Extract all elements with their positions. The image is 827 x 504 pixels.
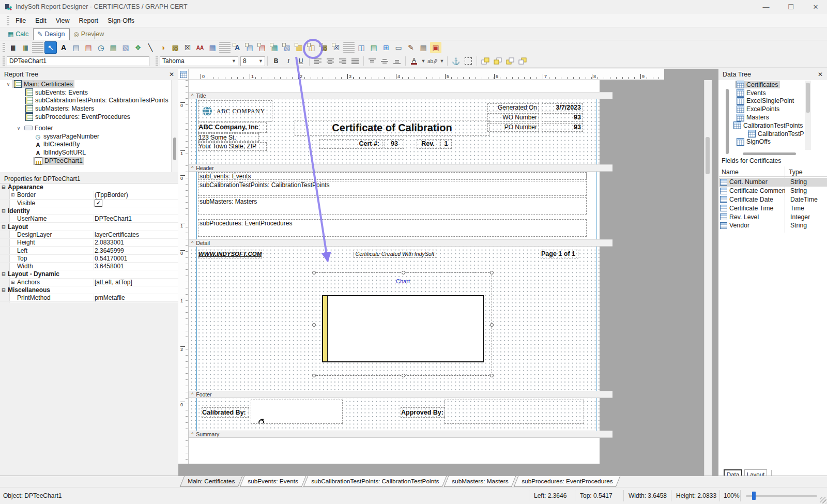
property-value[interactable]: pmMetafile — [95, 294, 125, 301]
Certificate Time[interactable]: Certificate TimeTime — [719, 204, 827, 212]
font-name-select[interactable]: Tahoma▼ — [160, 56, 238, 66]
property-value[interactable]: 0.54170001 — [95, 255, 127, 262]
approved-signature-box[interactable] — [445, 400, 584, 424]
Cert. Number[interactable]: Cert. NumberString — [719, 178, 827, 187]
layers-tool-icon[interactable]: ▣ — [430, 42, 441, 53]
property-value[interactable]: DPTeeChart1 — [95, 215, 132, 222]
page-number-label[interactable]: Page 1 of 1 — [541, 250, 578, 258]
dbmemo-tool-icon[interactable]: ▤ — [244, 42, 255, 53]
tree-item[interactable]: lblCreatedBy — [0, 141, 171, 149]
font-size-select[interactable]: 8▼ — [240, 56, 265, 66]
bold-button[interactable]: B — [270, 56, 282, 66]
tab-design[interactable]: ✎Design — [33, 28, 70, 40]
expand-box-icon[interactable]: ⊟ — [2, 208, 8, 213]
url-label[interactable]: WWW.INDYSOFT.COM — [198, 250, 262, 258]
collapse-caret-icon[interactable] — [191, 432, 193, 437]
property-row[interactable]: ⊟Layout - Dynamic — [0, 270, 178, 278]
created-with-label[interactable]: Certificate Created With IndySoft — [354, 250, 436, 258]
address2-label[interactable]: Your Town State, ZIP — [198, 142, 267, 151]
toolbar-grip[interactable] — [7, 16, 9, 25]
subreport-object[interactable]: subMasters: Masters — [198, 197, 587, 215]
tab-calc[interactable]: ▦Calc — [4, 29, 33, 40]
tree-item-footer[interactable]: ∨Footer — [0, 124, 171, 132]
tree-item[interactable]: lblIndySoftURL — [0, 148, 171, 157]
meta-label[interactable]: WO Number — [487, 113, 539, 122]
data-tree-scrollbar[interactable] — [805, 81, 811, 150]
expand-box-icon[interactable]: ⊞ — [11, 192, 17, 197]
dbtext-tool-icon[interactable]: A — [232, 42, 243, 53]
band-bar-title[interactable]: Title — [189, 92, 612, 99]
collapse-caret-icon[interactable] — [191, 240, 193, 246]
property-value[interactable]: [atLeft, atTop] — [95, 279, 132, 286]
object-selector[interactable]: DPTeeChart1 — [7, 56, 149, 66]
paintbrush-tool-icon[interactable]: ✎ — [405, 42, 417, 53]
property-row[interactable]: ⊞Border(TppBorder) — [0, 191, 178, 199]
crosstab-tool-icon[interactable]: ⊞ — [380, 42, 392, 53]
tree-item[interactable]: subProcedures: EventProcedures — [0, 113, 171, 121]
expand-box-icon[interactable]: ⊟ — [2, 271, 8, 277]
data-tree-item[interactable]: ∨CalibrationTestPoints — [719, 121, 804, 130]
resize-handle[interactable] — [312, 323, 316, 327]
sheet-tab[interactable]: subProcedures: EventProcedures — [513, 476, 620, 487]
resize-grip[interactable] — [820, 497, 826, 503]
tab-preview[interactable]: ◎Preview — [70, 29, 109, 40]
barcode2d-tool-icon[interactable]: ▩ — [170, 42, 181, 53]
cert-number-label[interactable]: Cert #: — [319, 139, 382, 149]
property-value[interactable]: layerCertificates — [95, 231, 139, 238]
certificate-title-label[interactable]: Certificate of Calibration — [295, 120, 489, 136]
property-value[interactable]: 2.3645999 — [95, 247, 124, 254]
data-tree-item[interactable]: Events — [719, 89, 804, 97]
bring-to-front-button[interactable] — [480, 56, 491, 66]
Rev. Level[interactable]: Rev. LevelInteger — [719, 212, 827, 221]
italic-button[interactable]: I — [283, 56, 294, 66]
calibrated-by-label[interactable]: Calibrated By: — [202, 407, 249, 418]
rev-label[interactable]: Rev. — [417, 139, 439, 149]
data-tree-item[interactable]: ExcelSinglePoint — [719, 97, 804, 105]
richtext-tool-icon[interactable]: ▤ — [83, 42, 94, 53]
property-value[interactable]: (TppBorder) — [95, 191, 128, 198]
canvas-scrollbar-thumb[interactable] — [706, 137, 710, 174]
minimize-button[interactable]: — — [754, 0, 778, 14]
company-label[interactable]: ABC Company, Inc — [198, 123, 267, 133]
expand-box-icon[interactable]: ⊟ — [2, 224, 8, 230]
meta-label[interactable]: PO Number — [487, 123, 539, 132]
font-color-button[interactable]: A — [408, 56, 420, 66]
tree-item[interactable]: subCalibrationTestPoints: CalibrationTes… — [0, 97, 171, 105]
property-row[interactable]: UserNameDPTeeChart1 — [0, 215, 178, 223]
border-button[interactable] — [463, 56, 474, 66]
grid-tool-icon[interactable]: ▦ — [207, 42, 218, 53]
expand-box-icon[interactable]: ⊞ — [11, 280, 17, 285]
resize-handle[interactable] — [490, 323, 494, 327]
property-row[interactable]: ⊟Appearance — [0, 184, 178, 191]
property-row[interactable]: ⊟Miscellaneous — [0, 286, 178, 294]
subreport-object[interactable]: subCalibrationTestPoints: CalibrationTes… — [198, 181, 587, 196]
band-bar-summary[interactable]: Summary — [189, 431, 612, 438]
maximize-button[interactable]: ☐ — [779, 0, 803, 14]
calc-tool-icon[interactable]: ▦ — [108, 42, 119, 53]
menu-item[interactable]: Edit — [30, 15, 51, 26]
property-value[interactable]: ✓ — [95, 200, 102, 207]
menu-item[interactable]: File — [11, 15, 30, 26]
sheet-tab[interactable]: subMasters: Masters — [444, 476, 516, 487]
close-button[interactable]: ✕ — [804, 0, 827, 14]
collapse-caret-icon[interactable] — [191, 93, 193, 98]
close-icon[interactable]: ✕ — [169, 71, 174, 78]
checkbox-tool-icon[interactable]: ☒ — [182, 42, 193, 53]
tree-item[interactable]: subEvents: Events — [0, 88, 171, 97]
valign-top-icon[interactable] — [366, 56, 378, 66]
resize-handle[interactable] — [402, 374, 405, 377]
Vendor[interactable]: VendorString — [719, 221, 827, 230]
data-tree-scrollbar-thumb[interactable] — [726, 89, 729, 154]
sheet-tab[interactable]: subEvents: Events — [240, 476, 306, 487]
toolbar-grip[interactable] — [3, 56, 5, 66]
property-row[interactable]: DesignLayerlayerCertificates — [0, 231, 178, 239]
toolbar-grip[interactable] — [3, 43, 5, 52]
address1-label[interactable]: 123 Some St. — [198, 133, 259, 142]
barcode-icon[interactable]: |||| — [7, 42, 19, 53]
fields-col-name[interactable]: Name — [722, 169, 784, 176]
select-arrow-icon[interactable]: ↖ — [44, 41, 57, 54]
menu-item[interactable]: Sign-Offs — [103, 15, 139, 26]
tree-item-dpteechart1[interactable]: DPTeeChart1 — [0, 157, 171, 165]
zoom-slider-track[interactable] — [746, 495, 817, 497]
chart-object-selection[interactable]: Chart — [314, 272, 492, 376]
